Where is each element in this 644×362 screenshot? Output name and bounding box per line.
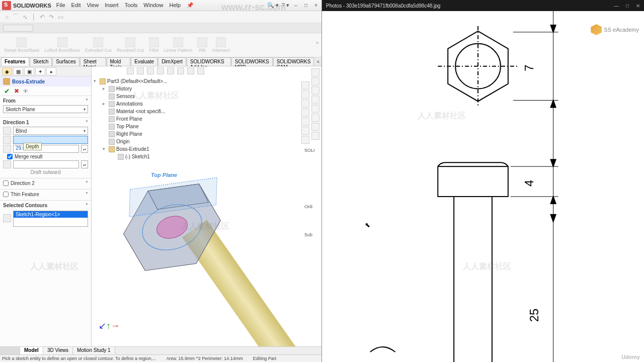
tab-model[interactable]: Model	[20, 347, 43, 354]
ribbon-icon[interactable]	[173, 37, 183, 47]
tab-addins[interactable]: SOLIDWORKS Add-Ins	[187, 57, 231, 66]
qat-circle-icon[interactable]: ○	[5, 14, 9, 21]
tree-root[interactable]: Part3 (Default<<Default>...	[107, 77, 167, 85]
ribbon-icon[interactable]	[17, 37, 27, 47]
ribbon-icon[interactable]	[216, 37, 226, 47]
preview-icon[interactable]: 👁	[23, 88, 28, 94]
tree-item[interactable]: Front Plane	[116, 115, 142, 123]
direction2-checkbox[interactable]	[3, 180, 9, 186]
close-button[interactable]: ×	[312, 2, 319, 9]
pm-tab-display-icon[interactable]: ▣	[24, 67, 34, 75]
ribbon-icon[interactable]	[149, 37, 159, 47]
graphics-viewport[interactable]: ▾Part3 (Default<<Default>... ▸History Se…	[92, 66, 321, 346]
tab-moldtools[interactable]: Mold Tools	[107, 57, 131, 66]
tab-3dviews[interactable]: 3D Views	[43, 347, 73, 354]
reverse-direction-icon[interactable]	[3, 127, 11, 135]
tree-expand-icon[interactable]: ▾	[103, 145, 107, 153]
ok-button[interactable]: ✔	[4, 87, 10, 95]
prev-view-icon[interactable]	[147, 67, 154, 74]
tree-item[interactable]: Origin	[116, 138, 130, 145]
tab-motion-study[interactable]: Motion Study 1	[73, 347, 115, 354]
close-button[interactable]: ✕	[636, 3, 640, 9]
collapse-icon[interactable]: ˄	[86, 203, 88, 208]
draft-input[interactable]	[13, 160, 79, 168]
tree-expand-icon[interactable]: ▾	[94, 77, 98, 85]
custom-props-icon[interactable]	[311, 123, 319, 131]
tab-dimxpert[interactable]: DimXpert	[158, 57, 186, 66]
menu-edit[interactable]: Edit	[71, 2, 81, 9]
qat-arc-icon[interactable]: ⌒	[13, 13, 19, 21]
zoom-area-icon[interactable]	[137, 67, 144, 74]
depth-spinner[interactable]: ▴▾	[81, 145, 88, 153]
forum-icon[interactable]	[311, 132, 319, 140]
tree-item[interactable]: Annotations	[116, 100, 143, 108]
document-tab[interactable]	[3, 25, 33, 32]
tree-item[interactable]: History	[116, 85, 132, 93]
hud-icon[interactable]	[301, 81, 309, 89]
ribbon-icon[interactable]	[197, 37, 207, 47]
menu-tools[interactable]: Tools	[125, 2, 138, 9]
tree-item[interactable]: Material <not specifi...	[116, 108, 166, 115]
pm-tab-appearance-icon[interactable]: ✦	[35, 67, 45, 75]
pm-tab-feature-icon[interactable]: ◆	[2, 67, 12, 75]
ribbon-overflow-icon[interactable]: »	[316, 40, 318, 45]
end-condition-select[interactable]: Blind▾	[13, 127, 88, 135]
collapse-icon[interactable]: ˅	[86, 192, 88, 197]
menu-file[interactable]: File	[56, 2, 65, 9]
section-view-icon[interactable]	[157, 67, 164, 74]
qat-redo-icon[interactable]: ↷	[49, 14, 54, 21]
qat-select-icon[interactable]: ▭	[58, 14, 63, 21]
collapse-icon[interactable]: ˄	[86, 120, 88, 125]
pin-icon[interactable]: 📌	[187, 2, 194, 9]
depth-icon[interactable]	[3, 145, 11, 153]
zoom-fit-icon[interactable]	[127, 67, 134, 74]
collapse-icon[interactable]: ˄	[86, 98, 88, 104]
menu-help[interactable]: Help	[169, 2, 181, 9]
merge-result-checkbox[interactable]	[7, 154, 13, 159]
qat-undo-icon[interactable]: ↶	[40, 14, 45, 21]
minimize-button[interactable]: —	[614, 3, 619, 9]
resources-icon[interactable]	[311, 77, 319, 85]
ribbon-icon[interactable]	[125, 37, 135, 47]
menu-view[interactable]: View	[87, 2, 99, 9]
maximize-button[interactable]: □	[302, 2, 309, 9]
orientation-triad[interactable]: ↙↑→	[99, 320, 120, 331]
contours-listbox[interactable]: Sketch1-Region<1>	[13, 211, 88, 227]
hud-icon[interactable]	[301, 90, 309, 99]
ribbon-icon[interactable]	[93, 37, 103, 47]
maximize-button[interactable]: □	[626, 3, 629, 9]
photos-canvas[interactable]: SS eAcademy 7	[322, 11, 644, 362]
hud-icon[interactable]	[301, 127, 309, 135]
contour-icon[interactable]	[3, 214, 11, 222]
tab-features[interactable]: Features	[1, 57, 29, 66]
thin-feature-checkbox[interactable]	[3, 192, 9, 197]
hud-icon[interactable]	[301, 118, 309, 126]
cancel-button[interactable]: ✖	[14, 87, 19, 95]
hide-show-icon[interactable]	[177, 67, 184, 74]
tab-sketch[interactable]: Sketch	[30, 57, 52, 66]
direction-vector-icon[interactable]	[3, 136, 11, 144]
collapse-icon[interactable]: ˅	[86, 180, 88, 186]
tab-evaluate[interactable]: Evaluate	[131, 57, 157, 66]
ribbon-icon[interactable]	[57, 37, 67, 47]
design-library-icon[interactable]	[311, 86, 319, 95]
tab-sheetmetal[interactable]: Sheet Metal	[80, 57, 106, 66]
scene-icon[interactable]	[197, 67, 204, 74]
tab-mbd[interactable]: SOLIDWORKS MBD	[231, 57, 273, 66]
draft-spinner[interactable]: ▴▾	[81, 160, 88, 168]
tree-item[interactable]: Right Plane	[116, 130, 142, 138]
draft-icon[interactable]	[3, 160, 11, 168]
hud-icon[interactable]	[301, 136, 309, 144]
tree-item[interactable]: Boss-Extrude1	[116, 145, 149, 153]
appearances-icon[interactable]	[311, 114, 319, 122]
view-palette-icon[interactable]	[311, 105, 319, 113]
contour-item[interactable]: Sketch1-Region<1>	[14, 211, 88, 218]
hud-icon[interactable]	[301, 109, 309, 117]
appearance-icon[interactable]	[187, 67, 194, 74]
tree-expand-icon[interactable]: ▸	[103, 85, 107, 93]
tree-item[interactable]: Top Plane	[116, 123, 138, 130]
pm-tab-more-icon[interactable]: ▸	[46, 67, 56, 75]
menu-window[interactable]: Window	[143, 2, 163, 9]
home-icon[interactable]	[311, 68, 319, 76]
hud-icon[interactable]	[301, 100, 309, 108]
